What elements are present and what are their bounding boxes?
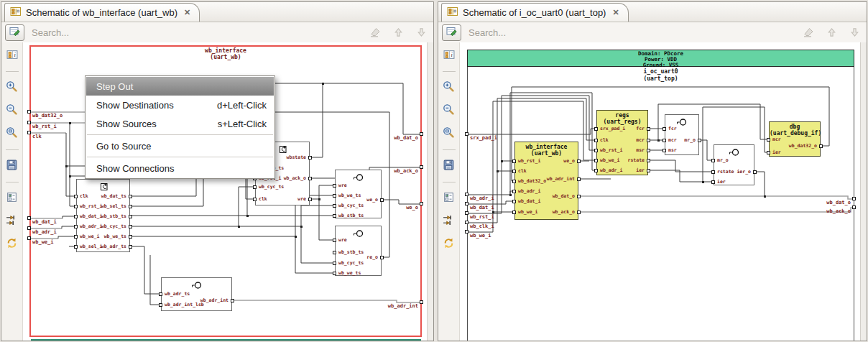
port-label[interactable]: wb_dat_i [470,205,494,211]
block-pin-label[interactable]: wb_sel_ts [101,204,126,209]
port-label[interactable]: wb_ack_o [394,169,418,174]
port-pin[interactable] [465,230,468,234]
block-pin-label[interactable]: wb_stb_ts [338,213,364,218]
port-pin[interactable] [420,202,423,205]
port-pin[interactable] [852,197,856,200]
port-pin[interactable] [27,226,31,230]
schematic-block-dbg[interactable]: dbg(uart_debug_if)mcrierwb_dat32_o [769,121,821,157]
block-pin[interactable] [74,205,78,208]
zoom-out-icon-button[interactable] [440,102,458,119]
schematic-block-logic[interactable]: wrewb_we_tswb_cyc_tswb_stb_tswe_o [335,170,382,218]
block-pin-label[interactable]: mr_o [684,138,696,143]
port-label[interactable]: wb_clk_i [470,224,494,229]
block-pin[interactable] [577,160,581,163]
block-pin[interactable] [577,211,581,214]
tab-schematic-i-oc-uart0[interactable]: Schematic of i_oc_uart0 (uart_top) ✕ [441,3,629,22]
schematic-canvas-right[interactable]: Domain: PDcorePower: VDDGround: VSSi_oc_… [460,42,860,341]
port-pin[interactable] [465,193,468,196]
menu-item-show-destinations[interactable]: Show Destinations d+Left-Click [86,96,274,114]
trace-signal-icon-button[interactable] [440,213,458,230]
block-pin-label[interactable]: wb_adr_int [200,298,228,303]
block-pin[interactable] [74,235,78,239]
block-pin[interactable] [159,292,162,296]
port-label[interactable]: srx_pad_i [470,136,497,141]
block-pin-label[interactable]: ier [772,150,781,155]
block-pin[interactable] [594,139,598,142]
block-pin[interactable] [753,170,757,174]
block-pin-label[interactable]: we_o [366,198,378,203]
block-pin[interactable] [159,303,162,307]
block-pin-label[interactable]: ier [636,168,645,173]
block-pin[interactable] [577,177,581,181]
block-pin-label[interactable]: wb_dat32_o [789,144,817,149]
block-pin-label[interactable]: clk [518,169,527,174]
block-pin-label[interactable]: wb_we_ts [338,193,361,198]
block-pin-label[interactable]: wb_cyc_ts [259,185,284,190]
schematic-block-wb_interface[interactable]: wb_interface(uart_wb)wb_rst_iclkwb_dat32… [514,142,578,220]
search-options-button[interactable] [442,24,461,41]
block-pin-label[interactable]: clk [80,194,88,199]
clear-search-icon[interactable] [802,26,815,39]
block-pin-label[interactable]: ier_o [737,170,751,175]
block-pin[interactable] [380,256,384,259]
block-pin-label[interactable]: wb_dat32_o [518,179,546,184]
port-label[interactable]: we_o [406,205,418,211]
port-pin[interactable] [27,110,31,114]
block-pin-label[interactable]: wb_adr_i [518,189,540,194]
block-pin-label[interactable]: wb_sel_i [80,244,102,249]
block-pin[interactable] [662,139,666,142]
block-pin-label[interactable]: wb_adr_ts [165,292,190,297]
port-pin[interactable] [465,211,468,215]
block-pin-label[interactable]: mcr [668,138,677,143]
port-pin[interactable] [465,202,468,205]
block-pin[interactable] [662,127,666,131]
block-pin-label[interactable]: re_o [366,255,378,260]
block-pin-label[interactable]: wre [338,183,347,188]
port-label[interactable]: wb_dat_o [826,200,851,205]
tab-close-icon[interactable]: ✕ [184,8,190,17]
block-pin[interactable] [129,195,132,198]
block-pin-label[interactable]: wb_dat_i [518,199,540,204]
save-icon-button[interactable] [440,157,458,175]
block-pin-label[interactable]: wb_rst_i [80,204,102,209]
reload-icon-button[interactable] [4,236,21,253]
block-pin[interactable] [129,225,132,228]
schematic-block-logic[interactable]: mr_orstateierier_o [714,144,754,185]
block-pin[interactable] [333,214,336,218]
search-options-button[interactable] [5,24,24,41]
block-pin[interactable] [380,198,384,202]
block-pin-label[interactable]: wre [338,238,347,243]
schematic-block-logic[interactable]: wrewb_stb_tswb_cyc_tswb_we_tsre_o [335,226,382,276]
port-label[interactable]: wb_rst_i [32,124,57,129]
block-pin[interactable] [333,272,336,275]
block-pin-label[interactable]: wb_ack_o [553,210,575,215]
trace-signal-icon-button[interactable] [4,213,21,230]
block-pin-label[interactable]: ier [717,180,726,185]
block-pin[interactable] [512,180,516,183]
block-pin[interactable] [129,215,132,218]
block-pin-label[interactable]: wb_we_i [80,234,99,239]
port-label[interactable]: wb_adr_i [32,230,57,235]
block-pin[interactable] [711,170,715,174]
block-pin[interactable] [647,127,650,131]
block-pin-label[interactable]: wb_ack_o [284,176,306,181]
block-pin-label[interactable]: wb_rst_i [600,148,622,153]
schematic-block-logic[interactable]: wb_adr_tswb_adr_int_lsbwb_adr_int [161,277,232,311]
port-pin[interactable] [27,236,31,240]
vertical-scrollbar[interactable] [427,42,433,341]
block-pin-label[interactable]: wbstate [287,155,306,160]
save-icon-button[interactable] [4,157,21,175]
block-pin[interactable] [74,215,78,218]
block-pin[interactable] [253,185,257,189]
block-pin[interactable] [253,198,257,201]
block-pin[interactable] [333,194,336,198]
block-pin[interactable] [594,159,598,162]
zoom-in-icon-button[interactable] [4,79,21,96]
port-label[interactable]: wb_ack_o [826,209,851,214]
parameters-icon-button[interactable]: i [440,47,458,64]
block-pin-label[interactable]: wb_we_ts [338,271,361,276]
menu-item-go-to-source[interactable]: Go to Source [86,137,274,155]
port-label[interactable]: wb_we_i [470,234,491,239]
menu-item-show-connections[interactable]: Show Connections [86,159,274,177]
block-pin[interactable] [647,149,650,152]
